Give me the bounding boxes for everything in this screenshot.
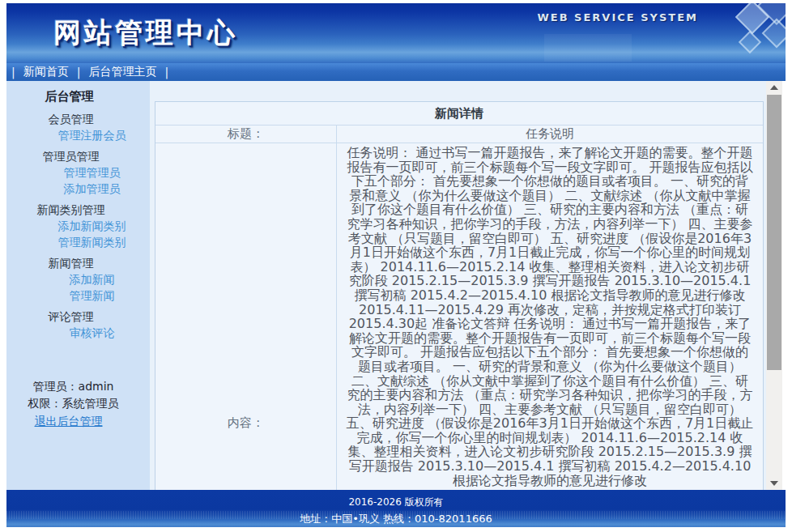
title-row: 标题： 任务说明 — [155, 126, 763, 143]
address-hotline-text: 地址：中国•巩义 热线：010-82011666 — [6, 512, 786, 526]
nav-separator: | — [77, 66, 81, 79]
nav-separator: | — [164, 66, 168, 79]
body-row: 后台管理 会员管理 管理注册会员 管理员管理 管理管理员 添加管理员 新闻类别管… — [6, 81, 786, 490]
vertical-scrollbar — [766, 81, 786, 490]
sidebar-heading-news: 新闻管理 — [6, 255, 150, 271]
header-banner: 网站管理中心 WEB SERVICE SYSTEM — [6, 3, 786, 63]
header-slogan: WEB SERVICE SYSTEM — [537, 11, 698, 23]
title-value: 任务说明 — [337, 126, 763, 143]
top-nav: | 新闻首页 | 后台管理主页 | — [6, 63, 786, 81]
news-detail-table: 新闻详情 标题： 任务说明 内容： 任务说明： 通过书写一篇开题报告，来了解论文… — [155, 101, 764, 490]
nav-link-news-home[interactable]: 新闻首页 — [23, 65, 69, 79]
site-logo: 网站管理中心 — [53, 15, 238, 52]
sidebar-link-add-news[interactable]: 添加新闻 — [6, 271, 150, 287]
sidebar-link-review-comments[interactable]: 审核评论 — [6, 325, 150, 341]
page: 网站管理中心 WEB SERVICE SYSTEM | 新闻首页 | 后台管理主… — [6, 3, 786, 527]
sidebar-link-manage-news[interactable]: 管理新闻 — [6, 287, 150, 304]
decorative-squares — [709, 3, 786, 60]
nav-separator: | — [11, 66, 15, 79]
main-content: 新闻详情 标题： 任务说明 内容： 任务说明： 通过书写一篇开题报告，来了解论文… — [150, 81, 766, 490]
sidebar-link-add-news-category[interactable]: 添加新闻类别 — [6, 218, 150, 234]
title-label: 标题： — [155, 126, 337, 143]
scroll-down-icon — [770, 481, 778, 486]
sidebar-heading-comments: 评论管理 — [6, 309, 150, 325]
slogan-panel — [544, 34, 632, 62]
content-label: 内容： — [155, 143, 337, 490]
sidebar-title: 后台管理 — [6, 89, 150, 104]
sidebar: 后台管理 会员管理 管理注册会员 管理员管理 管理管理员 添加管理员 新闻类别管… — [6, 81, 150, 490]
sidebar-link-manage-administrators[interactable]: 管理管理员 — [6, 164, 150, 181]
admin-username: 管理员：admin — [6, 378, 140, 395]
scrollbar-thumb[interactable] — [767, 95, 781, 370]
sidebar-heading-administrators: 管理员管理 — [6, 148, 150, 164]
copyright-text: 2016-2026 版权所有 — [6, 496, 786, 509]
scrollbar-track[interactable] — [766, 81, 782, 490]
content-value: 任务说明： 通过书写一篇开题报告，来了解论文开题的需要。整个开题报告有一页即可，… — [337, 143, 763, 490]
scroll-up-icon — [770, 85, 778, 90]
footer: 2016-2026 版权所有 地址：中国•巩义 热线：010-82011666 — [6, 490, 786, 527]
admin-role: 权限：系统管理员 — [6, 395, 140, 412]
sidebar-heading-members: 会员管理 — [6, 111, 150, 127]
content-row: 内容： 任务说明： 通过书写一篇开题报告，来了解论文开题的需要。整个开题报告有一… — [155, 143, 763, 490]
scroll-down-button[interactable] — [766, 477, 782, 490]
sidebar-link-manage-registered-members[interactable]: 管理注册会员 — [6, 127, 150, 143]
sidebar-link-manage-news-categories[interactable]: 管理新闻类别 — [6, 234, 150, 250]
table-title: 新闻详情 — [155, 102, 763, 126]
sidebar-link-add-administrator[interactable]: 添加管理员 — [6, 181, 150, 197]
logout-link[interactable]: 退出后台管理 — [6, 413, 140, 430]
nav-link-admin-home[interactable]: 后台管理主页 — [88, 65, 156, 79]
sidebar-heading-news-categories: 新闻类别管理 — [6, 202, 150, 218]
scroll-up-button[interactable] — [766, 81, 782, 94]
admin-info: 管理员：admin 权限：系统管理员 退出后台管理 — [6, 378, 150, 430]
